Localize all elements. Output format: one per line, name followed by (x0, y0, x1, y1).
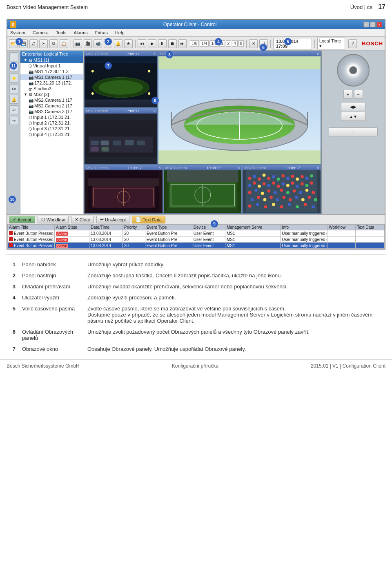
cam2-close[interactable]: × (154, 109, 156, 113)
svg-point-60 (291, 181, 294, 185)
tree-item-ms2-cam1[interactable]: 📷 MS2.Camera 1 (17 (20, 97, 83, 103)
alarm-row-2[interactable]: Event Button Pressed Active 13.08.2014 2… (8, 236, 385, 243)
cam-b3-close[interactable]: × (317, 166, 319, 170)
zoom-1-8[interactable]: 1/8 (190, 40, 199, 47)
ptz-zoom-in[interactable]: + (343, 90, 352, 99)
alarm-row2-date: 13.08.2014 (89, 236, 123, 243)
tree-item-input4[interactable]: ⬡ Input 4 (172.31.21. (20, 132, 83, 137)
tree-item-input3[interactable]: ⬡ Input 3 (172.31.21. (20, 126, 83, 132)
ptz-btn-1[interactable]: ◀▶ (341, 102, 365, 111)
menu-tools[interactable]: Tools (55, 30, 68, 36)
cam-b1-close[interactable]: × (158, 166, 160, 170)
tb-help[interactable]: ? (348, 39, 357, 48)
sidebar-icon-1[interactable]: ⬜ (9, 52, 18, 61)
minimize-button[interactable]: – (363, 22, 369, 27)
col-priority: Priority (123, 225, 145, 230)
tb-copy[interactable]: ⧉ (49, 39, 58, 48)
localtime-selector[interactable]: Local Time ▾ (317, 38, 345, 49)
alarm-row1-date: 13.08.2014 (89, 230, 123, 236)
desc-term-4: Ukazatel využití (19, 292, 84, 303)
tb-cut[interactable]: ✂ (39, 39, 48, 48)
tb-cam3[interactable]: 📹 (94, 39, 102, 48)
svg-point-4 (148, 70, 150, 73)
unaccept-button[interactable]: ↩ Un-Accept (96, 216, 129, 223)
ptz-zoom-out[interactable]: − (354, 90, 363, 99)
cam1-close[interactable]: × (154, 52, 156, 56)
tree-item-virtualinput[interactable]: ⬡ Virtual Input 1 (20, 63, 83, 69)
ptz-btn-2[interactable]: ▲▼ (341, 112, 365, 121)
tree-item-ms1[interactable]: ▼ 🖥 MS1 [1] (20, 57, 83, 63)
menu-alarms[interactable]: Alarms (73, 30, 89, 36)
zoom-1-4[interactable]: 1/4 (200, 40, 209, 47)
svg-point-81 (283, 196, 286, 199)
maximize-button[interactable]: □ (370, 22, 376, 27)
tb-cam5[interactable]: 🔔 (114, 39, 122, 48)
tb-stop[interactable]: ⏹ (168, 39, 177, 48)
tb-paste[interactable]: 📋 (60, 39, 68, 48)
menu-bar: System Camera Tools Alarms Extras Help (7, 29, 385, 37)
alarm-row1-device: User Event (192, 230, 225, 236)
tree-item-ms1-cam1[interactable]: 📷 MS1.Camera 1 (17 (20, 74, 83, 80)
zoom-8[interactable]: 8 (238, 40, 244, 47)
alarm-row3-date: 13.08.2014 (89, 243, 123, 249)
workflow-button[interactable]: ⬡ Workflow (38, 216, 69, 223)
svg-point-68 (267, 190, 271, 193)
zoom-2[interactable]: 2 (226, 40, 232, 47)
alarm-row-1[interactable]: Event Button Pressed Active 13.08.2014 2… (8, 230, 385, 236)
svg-point-75 (312, 191, 315, 194)
cam-b2-close[interactable]: × (238, 166, 240, 170)
close-button[interactable]: × (376, 22, 382, 27)
ptz-preset[interactable]: − (329, 127, 378, 136)
clear-button[interactable]: ✕ Clear (71, 216, 94, 223)
ptz-wheel[interactable] (337, 54, 370, 87)
svg-point-51 (248, 184, 252, 187)
svg-point-45 (286, 177, 290, 180)
svg-point-6 (148, 92, 150, 95)
sidebar-icon-4[interactable]: 🗂 (9, 84, 18, 93)
tree-item-ms1-ip1[interactable]: 📷 MS1.172.30.11.3 (20, 69, 83, 74)
tb-play[interactable]: ▶ (148, 39, 156, 48)
tb-cam6[interactable]: ★ (124, 39, 133, 48)
sidebar-icon-6[interactable]: ↩ (9, 105, 18, 114)
ptz-center[interactable] (349, 66, 357, 74)
alarm-row-3[interactable]: Event Button Pressed Active 13.08.2014 2… (8, 243, 385, 249)
menu-camera[interactable]: Camera (31, 30, 50, 36)
tree-item-input2[interactable]: ⬡ Input 2 (172.31.21. (20, 120, 83, 126)
tree-item-ms2-cam3[interactable]: 📷 MS2.Camera 3 (17 (20, 109, 83, 114)
tb-cam1[interactable]: 📷 (74, 39, 82, 48)
menu-system[interactable]: System (9, 30, 27, 36)
window-controls[interactable]: – □ × (363, 22, 382, 27)
tb-next[interactable]: ⏭ (178, 39, 187, 48)
camera-pane-bottom3: MS2.Camera... 19:09:17 × (242, 165, 321, 214)
col-device: Device (192, 225, 225, 230)
tree-item-ms2[interactable]: ▼ 🖥 MS2 [2] (20, 91, 83, 97)
accept-button[interactable]: ✓ Accept (9, 216, 35, 223)
tb-pause[interactable]: ⏸ (158, 39, 167, 48)
zoom-4[interactable]: 4 (232, 40, 238, 47)
stadium-close[interactable]: × (317, 52, 319, 56)
tree-item-stadion2[interactable]: 🏟 Stadion2 (20, 86, 83, 91)
alarm-row2-event: Event Button Pre (145, 236, 192, 243)
tree-item-ms2-cam2[interactable]: 📷 MS2.Camera 2 (17 (20, 103, 83, 109)
alarm-row3-priority: 20 (123, 243, 145, 249)
tb-print[interactable]: 🖨 (29, 39, 38, 48)
tb-prev[interactable]: ⏮ (138, 39, 146, 48)
col-event-type: Event Type (145, 225, 192, 230)
tree-item-ms1-ip2[interactable]: 📷 172.31.20.13 (172. (20, 80, 83, 86)
datetime-display: 13.08.2014 17:09 (273, 38, 312, 49)
stadium-titlebar: Stadion2 × (158, 51, 321, 56)
textdata-button[interactable]: 📄 Text Data (132, 216, 165, 223)
tree-item-input1[interactable]: ⬡ Input 1 (172.31.21. (20, 114, 83, 120)
svg-point-53 (258, 185, 261, 188)
main-content-area: ⬜ 🔷 ⭐ 🗂 🔔 ↩ ↪ Enterprise Logical Tree ▼ … (7, 51, 385, 214)
sidebar-icon-7[interactable]: ↪ (9, 116, 18, 125)
col-mgmt-server: Management Serve (225, 225, 280, 230)
sidebar-icon-3[interactable]: ⭐ (9, 74, 18, 83)
svg-point-93 (296, 205, 299, 209)
sidebar-icon-5[interactable]: 🔔 (9, 95, 18, 104)
tb-cam2[interactable]: 🎥 (84, 39, 92, 48)
menu-extras[interactable]: Extras (94, 30, 109, 36)
alarm-row1-workflow (327, 230, 356, 236)
tb-alarm-stop[interactable]: ✕ (249, 39, 258, 48)
menu-help[interactable]: Help (114, 30, 126, 36)
